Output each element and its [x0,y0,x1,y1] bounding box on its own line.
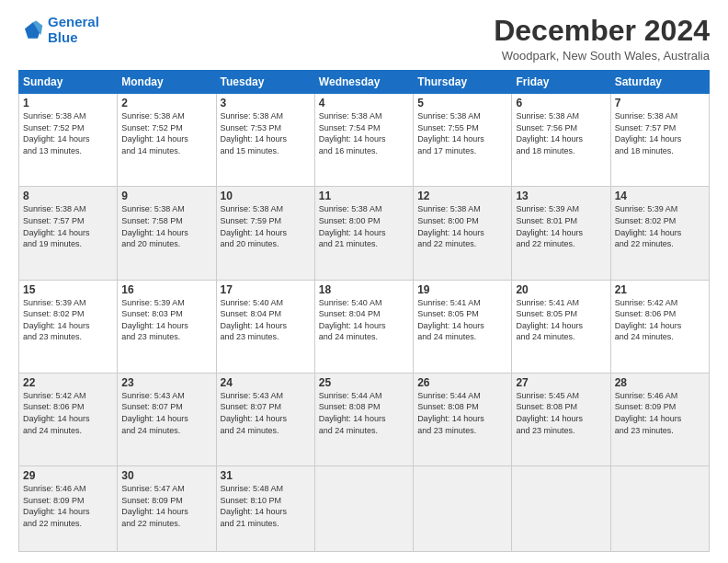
table-row: 19Sunrise: 5:41 AM Sunset: 8:05 PM Dayli… [414,280,512,373]
table-row: 24Sunrise: 5:43 AM Sunset: 8:07 PM Dayli… [216,373,314,465]
day-info: Sunrise: 5:47 AM Sunset: 8:09 PM Dayligh… [121,483,211,529]
logo: General Blue [18,15,99,45]
table-row: 28Sunrise: 5:46 AM Sunset: 8:09 PM Dayli… [610,373,709,465]
day-number: 20 [516,283,606,296]
day-info: Sunrise: 5:41 AM Sunset: 8:05 PM Dayligh… [417,297,507,343]
table-row: 9Sunrise: 5:38 AM Sunset: 7:58 PM Daylig… [118,187,216,280]
day-info: Sunrise: 5:44 AM Sunset: 8:08 PM Dayligh… [319,390,409,436]
table-row: 18Sunrise: 5:40 AM Sunset: 8:04 PM Dayli… [314,280,413,373]
table-row: 21Sunrise: 5:42 AM Sunset: 8:06 PM Dayli… [610,280,709,373]
day-number: 7 [615,97,705,109]
day-info: Sunrise: 5:43 AM Sunset: 8:07 PM Dayligh… [121,390,211,436]
day-info: Sunrise: 5:38 AM Sunset: 8:00 PM Dayligh… [417,203,507,249]
day-number: 27 [516,376,606,389]
calendar-week-row: 29Sunrise: 5:46 AM Sunset: 8:09 PM Dayli… [19,466,710,552]
calendar-week-row: 8Sunrise: 5:38 AM Sunset: 7:57 PM Daylig… [19,187,710,280]
table-row [610,466,709,552]
table-row: 14Sunrise: 5:39 AM Sunset: 8:02 PM Dayli… [610,187,709,280]
day-number: 12 [417,190,507,202]
day-info: Sunrise: 5:45 AM Sunset: 8:08 PM Dayligh… [516,390,606,436]
weekday-header-row: Sunday Monday Tuesday Wednesday Thursday… [19,71,710,94]
day-number: 14 [615,190,705,202]
header-thursday: Thursday [414,71,512,94]
day-info: Sunrise: 5:38 AM Sunset: 7:57 PM Dayligh… [23,203,113,249]
day-number: 18 [319,283,409,296]
table-row: 1Sunrise: 5:38 AM Sunset: 7:52 PM Daylig… [19,94,118,187]
table-row: 29Sunrise: 5:46 AM Sunset: 8:09 PM Dayli… [19,466,118,552]
day-number: 15 [23,283,113,296]
day-number: 4 [319,97,409,109]
day-number: 28 [615,376,705,389]
day-info: Sunrise: 5:41 AM Sunset: 8:05 PM Dayligh… [516,297,606,343]
day-number: 17 [221,283,311,296]
day-number: 22 [23,376,113,389]
day-info: Sunrise: 5:38 AM Sunset: 7:52 PM Dayligh… [23,110,113,156]
day-info: Sunrise: 5:38 AM Sunset: 8:00 PM Dayligh… [319,203,409,249]
table-row: 11Sunrise: 5:38 AM Sunset: 8:00 PM Dayli… [314,187,413,280]
logo-icon [18,17,44,43]
day-info: Sunrise: 5:38 AM Sunset: 7:56 PM Dayligh… [516,110,606,156]
header-wednesday: Wednesday [314,71,413,94]
day-info: Sunrise: 5:40 AM Sunset: 8:04 PM Dayligh… [319,297,409,343]
table-row: 25Sunrise: 5:44 AM Sunset: 8:08 PM Dayli… [314,373,413,465]
table-row: 3Sunrise: 5:38 AM Sunset: 7:53 PM Daylig… [216,94,314,187]
day-number: 21 [615,283,705,296]
day-info: Sunrise: 5:39 AM Sunset: 8:03 PM Dayligh… [121,297,211,343]
day-info: Sunrise: 5:39 AM Sunset: 8:01 PM Dayligh… [516,203,606,249]
table-row: 2Sunrise: 5:38 AM Sunset: 7:52 PM Daylig… [118,94,216,187]
day-info: Sunrise: 5:38 AM Sunset: 7:53 PM Dayligh… [221,110,311,156]
day-info: Sunrise: 5:38 AM Sunset: 7:59 PM Dayligh… [221,203,311,249]
day-number: 6 [516,97,606,109]
day-number: 9 [121,190,211,202]
table-row: 5Sunrise: 5:38 AM Sunset: 7:55 PM Daylig… [414,94,512,187]
table-row: 16Sunrise: 5:39 AM Sunset: 8:03 PM Dayli… [118,280,216,373]
table-row: 4Sunrise: 5:38 AM Sunset: 7:54 PM Daylig… [314,94,413,187]
day-info: Sunrise: 5:48 AM Sunset: 8:10 PM Dayligh… [221,483,311,529]
day-number: 25 [319,376,409,389]
table-row: 20Sunrise: 5:41 AM Sunset: 8:05 PM Dayli… [512,280,610,373]
day-info: Sunrise: 5:44 AM Sunset: 8:08 PM Dayligh… [417,390,507,436]
day-info: Sunrise: 5:43 AM Sunset: 8:07 PM Dayligh… [221,390,311,436]
logo-line1: General [48,14,99,29]
day-number: 30 [121,469,211,482]
table-row [512,466,610,552]
day-number: 24 [221,376,311,389]
day-number: 10 [221,190,311,202]
calendar-week-row: 1Sunrise: 5:38 AM Sunset: 7:52 PM Daylig… [19,94,710,187]
day-number: 11 [319,190,409,202]
table-row: 10Sunrise: 5:38 AM Sunset: 7:59 PM Dayli… [216,187,314,280]
table-row: 23Sunrise: 5:43 AM Sunset: 8:07 PM Dayli… [118,373,216,465]
location: Woodpark, New South Wales, Australia [494,49,710,63]
header-friday: Friday [512,71,610,94]
table-row: 12Sunrise: 5:38 AM Sunset: 8:00 PM Dayli… [414,187,512,280]
table-row: 22Sunrise: 5:42 AM Sunset: 8:06 PM Dayli… [19,373,118,465]
table-row: 17Sunrise: 5:40 AM Sunset: 8:04 PM Dayli… [216,280,314,373]
calendar: Sunday Monday Tuesday Wednesday Thursday… [18,70,710,552]
day-number: 3 [221,97,311,109]
header-sunday: Sunday [19,71,118,94]
day-number: 23 [121,376,211,389]
logo-line2: Blue [48,29,78,45]
day-info: Sunrise: 5:46 AM Sunset: 8:09 PM Dayligh… [23,483,113,529]
table-row: 8Sunrise: 5:38 AM Sunset: 7:57 PM Daylig… [19,187,118,280]
day-info: Sunrise: 5:39 AM Sunset: 8:02 PM Dayligh… [615,203,705,249]
table-row: 27Sunrise: 5:45 AM Sunset: 8:08 PM Dayli… [512,373,610,465]
day-info: Sunrise: 5:38 AM Sunset: 7:55 PM Dayligh… [417,110,507,156]
day-number: 19 [417,283,507,296]
day-info: Sunrise: 5:38 AM Sunset: 7:54 PM Dayligh… [319,110,409,156]
day-info: Sunrise: 5:39 AM Sunset: 8:02 PM Dayligh… [23,297,113,343]
table-row: 7Sunrise: 5:38 AM Sunset: 7:57 PM Daylig… [610,94,709,187]
day-number: 29 [23,469,113,482]
header: General Blue December 2024 Woodpark, New… [18,15,710,63]
table-row [314,466,413,552]
day-info: Sunrise: 5:38 AM Sunset: 7:52 PM Dayligh… [121,110,211,156]
day-info: Sunrise: 5:40 AM Sunset: 8:04 PM Dayligh… [221,297,311,343]
day-number: 16 [121,283,211,296]
day-number: 26 [417,376,507,389]
day-info: Sunrise: 5:46 AM Sunset: 8:09 PM Dayligh… [615,390,705,436]
header-saturday: Saturday [610,71,709,94]
table-row: 26Sunrise: 5:44 AM Sunset: 8:08 PM Dayli… [414,373,512,465]
table-row: 13Sunrise: 5:39 AM Sunset: 8:01 PM Dayli… [512,187,610,280]
day-info: Sunrise: 5:38 AM Sunset: 7:57 PM Dayligh… [615,110,705,156]
day-number: 8 [23,190,113,202]
